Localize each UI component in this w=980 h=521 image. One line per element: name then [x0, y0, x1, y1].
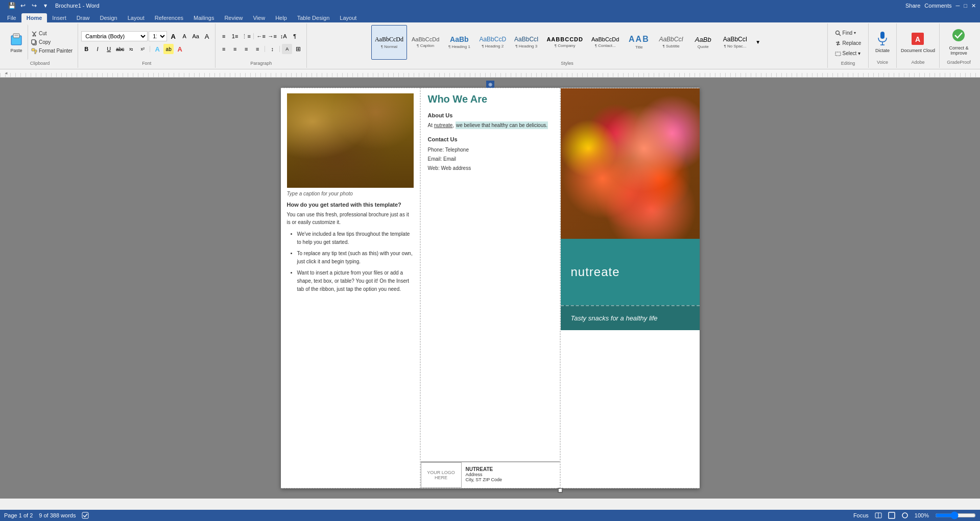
undo-button[interactable]: ↩: [18, 1, 28, 10]
tab-references[interactable]: References: [150, 13, 188, 22]
font-family-select[interactable]: Cambria (Body): [81, 31, 148, 41]
align-center-button[interactable]: ≡: [230, 44, 240, 54]
underline-button[interactable]: U: [104, 44, 114, 54]
tab-layout[interactable]: Layout: [123, 13, 150, 22]
table-move-handle[interactable]: ⊕: [486, 81, 494, 88]
template-heading[interactable]: How do you get started with this templat…: [287, 202, 414, 208]
tab-home[interactable]: Home: [21, 13, 47, 22]
save-button[interactable]: 💾: [7, 1, 16, 10]
increase-indent-button[interactable]: →≡: [267, 31, 277, 41]
bullet-1[interactable]: We've included a few tips throughout the…: [297, 230, 414, 246]
tab-table-design[interactable]: Table Design: [292, 13, 335, 22]
replace-button[interactable]: Replace: [832, 39, 864, 48]
web-layout-icon[interactable]: [901, 512, 909, 519]
styles-scroll-down[interactable]: ▼: [753, 37, 763, 47]
select-button[interactable]: Select ▾: [832, 49, 864, 58]
minimize-button[interactable]: ─: [956, 3, 960, 9]
style-normal[interactable]: AaBbCcDd ¶ Normal: [371, 25, 407, 60]
tab-design[interactable]: Design: [94, 13, 122, 22]
style-heading3[interactable]: AaBbCcI ¶ Heading 3: [511, 25, 542, 60]
decrease-indent-button[interactable]: ←≡: [256, 31, 266, 41]
bold-button[interactable]: B: [81, 44, 91, 54]
style-subtitle[interactable]: AaBbCcI ¶ Subtitle: [655, 25, 686, 60]
tab-review[interactable]: Review: [219, 13, 248, 22]
sort-button[interactable]: ↕A: [278, 31, 289, 41]
zoom-slider[interactable]: [935, 513, 976, 517]
template-body[interactable]: You can use this fresh, professional bro…: [287, 211, 414, 226]
redo-button[interactable]: ↪: [30, 1, 39, 10]
change-case-button[interactable]: Aa: [190, 31, 201, 41]
superscript-button[interactable]: x²: [137, 44, 148, 54]
numbering-button[interactable]: 1≡: [230, 31, 240, 41]
about-us-heading[interactable]: About Us: [428, 112, 553, 118]
font-color-button[interactable]: A: [175, 44, 185, 54]
text-effects-button[interactable]: A: [152, 44, 162, 54]
tab-file[interactable]: File: [2, 13, 21, 22]
company-name[interactable]: NUTREATE: [466, 466, 503, 472]
show-hide-button[interactable]: ¶: [290, 31, 300, 41]
who-we-are-heading[interactable]: Who We Are: [428, 93, 553, 105]
qat-dropdown[interactable]: ▾: [41, 1, 50, 10]
word-count[interactable]: 9 of 388 words: [39, 512, 76, 518]
shrink-font-button[interactable]: A: [179, 31, 189, 41]
photo-caption[interactable]: Type a caption for your photo: [287, 191, 414, 196]
read-mode-icon[interactable]: [875, 512, 882, 519]
about-us-text[interactable]: At nutreate, we believe that healthy can…: [428, 121, 553, 129]
style-heading1[interactable]: AaBb ¶ Heading 1: [444, 25, 474, 60]
bullet-3[interactable]: Want to insert a picture from your files…: [297, 269, 414, 293]
style-heading2[interactable]: AaBbCcD ¶ Heading 2: [475, 25, 510, 60]
document-area[interactable]: ⊕ Type a caption for your photo How do y…: [0, 78, 980, 499]
city-line[interactable]: City, ST ZIP Code: [466, 477, 503, 482]
tab-help[interactable]: Help: [270, 13, 292, 22]
web-info[interactable]: Web: Web address: [428, 164, 553, 173]
style-contact[interactable]: AaBbCcDd ¶ Contact...: [588, 25, 623, 60]
brand-name-link[interactable]: nutreate: [434, 122, 453, 128]
align-left-button[interactable]: ≡: [219, 44, 229, 54]
email-info[interactable]: Email: Email: [428, 155, 553, 164]
find-button[interactable]: Find ▾: [832, 29, 864, 38]
borders-button[interactable]: ⊞: [293, 44, 303, 54]
document-cloud-button[interactable]: A Document Cloud: [901, 31, 935, 53]
multilevel-button[interactable]: ⋮≡: [241, 31, 251, 41]
italic-button[interactable]: I: [92, 44, 103, 54]
maximize-button[interactable]: □: [964, 3, 967, 9]
tab-layout2[interactable]: Layout: [334, 13, 362, 22]
cut-button[interactable]: Cut: [29, 30, 75, 38]
tab-mailings[interactable]: Mailings: [188, 13, 219, 22]
tagline-text[interactable]: Tasty snacks for a healthy life: [571, 314, 658, 322]
format-painter-button[interactable]: Format Painter: [29, 47, 75, 55]
brand-name-display[interactable]: nutreate: [571, 265, 620, 279]
font-size-select[interactable]: 11: [149, 31, 167, 41]
print-layout-icon[interactable]: [888, 512, 895, 519]
close-button[interactable]: ✕: [971, 3, 976, 9]
copy-button[interactable]: Copy: [29, 38, 75, 46]
style-quote[interactable]: AaBb Quote: [688, 25, 719, 60]
style-company[interactable]: AABBCCDD ¶ Company: [543, 25, 587, 60]
style-title[interactable]: AAB Title: [624, 25, 654, 60]
proofing-icon[interactable]: [82, 512, 89, 519]
tab-view[interactable]: View: [248, 13, 270, 22]
zoom-level[interactable]: 100%: [915, 512, 929, 518]
style-caption[interactable]: AaBbCcDd ¶ Caption: [408, 25, 443, 60]
paste-button[interactable]: Paste: [5, 24, 28, 60]
align-right-button[interactable]: ≡: [241, 44, 251, 54]
bullets-button[interactable]: ≡: [219, 31, 229, 41]
subscript-button[interactable]: x₂: [126, 44, 136, 54]
comments-button[interactable]: Comments: [924, 3, 951, 9]
strikethrough-button[interactable]: abc: [115, 44, 125, 54]
shading-button[interactable]: A: [282, 44, 292, 54]
tab-insert[interactable]: Insert: [47, 13, 71, 22]
focus-label[interactable]: Focus: [853, 512, 869, 518]
address-line[interactable]: Address: [466, 472, 503, 477]
highlight-color-button[interactable]: ab: [163, 44, 174, 54]
line-spacing-button[interactable]: ↕: [267, 44, 277, 54]
logo-placeholder[interactable]: YOUR LOGO HERE: [421, 462, 462, 488]
justify-button[interactable]: ≡: [252, 44, 262, 54]
grow-font-button[interactable]: A: [168, 31, 178, 41]
correct-improve-button[interactable]: Correct & Improve: [949, 28, 968, 56]
phone-info[interactable]: Phone: Telephone: [428, 145, 553, 155]
contact-us-heading[interactable]: Contact Us: [428, 136, 553, 142]
dictate-button[interactable]: Dictate: [875, 31, 890, 53]
column-resize-handle[interactable]: [558, 488, 563, 493]
share-button[interactable]: Share: [905, 3, 920, 9]
